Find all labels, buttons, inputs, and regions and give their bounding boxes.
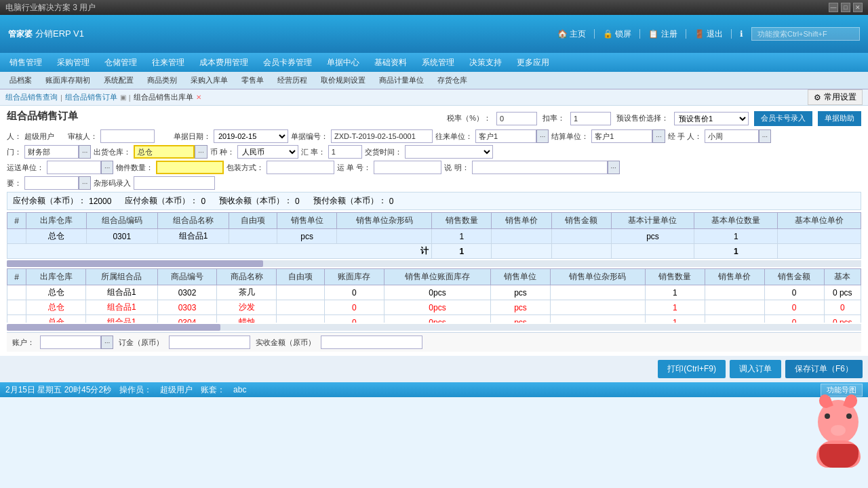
pre-recv-value: 0	[295, 197, 300, 206]
received-input[interactable]	[321, 336, 422, 349]
total-base-qty: 1	[694, 244, 778, 259]
items-input[interactable]	[156, 161, 224, 174]
warehouse-input[interactable]	[134, 145, 195, 159]
dept-input[interactable]	[24, 145, 79, 159]
sub-col-price: 销售单价	[705, 269, 764, 285]
nav-transactions[interactable]: 往来管理	[145, 55, 191, 70]
close-btn[interactable]: ✕	[853, 3, 863, 12]
tax-input[interactable]	[496, 112, 537, 125]
breadcrumb-order[interactable]: 组合品销售订单	[65, 92, 117, 102]
help-btn[interactable]: 单据助助	[818, 111, 861, 126]
date-select[interactable]: 2019-02-15	[214, 129, 288, 143]
status-date: 2月15日 星期五 20时45分2秒	[5, 384, 111, 396]
sub-table-container[interactable]: # 出库仓库 所属组合品 商品编号 商品名称 自由项 账面库存 销售单位账面库存…	[7, 268, 861, 323]
note-btn[interactable]: ···	[608, 161, 620, 174]
remark-btn[interactable]: ···	[79, 176, 91, 190]
nav-basic[interactable]: 基础资料	[368, 55, 414, 70]
nav-sales[interactable]: 销售管理	[3, 55, 49, 70]
title-bar: 电脑行业解决方案 3 用户 — □ ✕	[0, 0, 868, 15]
settle-input[interactable]	[591, 129, 652, 143]
currency-select[interactable]: 人民币	[237, 145, 298, 159]
nav-system[interactable]: 系统管理	[415, 55, 461, 70]
toolbar-history[interactable]: 经营历程	[273, 74, 311, 87]
discount-input[interactable]	[570, 112, 611, 125]
settle-btn[interactable]: ···	[652, 129, 665, 143]
time-select[interactable]	[405, 145, 493, 159]
sub-col-unit-stock: 销售单位账面库存	[384, 269, 490, 285]
remark-input[interactable]	[24, 176, 79, 190]
about-link[interactable]: ℹ	[740, 29, 743, 39]
toolbar-balance[interactable]: 账面库存期初	[41, 74, 94, 87]
sub-price	[705, 285, 764, 300]
table-row[interactable]: 总仓 0301 组合品1 pcs 1 pcs 1	[7, 229, 861, 244]
sub-stock: 0	[324, 300, 384, 315]
toolbar-units[interactable]: 商品计量单位	[375, 74, 428, 87]
main-table: # 出库仓库 组合品编码 组合品名称 自由项 销售单位 销售单位杂形码 销售数量…	[7, 212, 861, 259]
settings-btn[interactable]: ⚙ 常用设置	[808, 89, 863, 105]
auditor-input[interactable]	[100, 129, 155, 143]
manager-input[interactable]	[705, 129, 759, 143]
account-btn[interactable]: ···	[101, 336, 113, 349]
order-no-input[interactable]	[331, 129, 433, 143]
sub-table-row[interactable]: 总仓 组合品1 0304 蜡烛 0 0pcs pcs 1 0 0 pcs	[7, 315, 861, 323]
account-input[interactable]	[40, 336, 101, 349]
minimize-btn[interactable]: —	[829, 3, 838, 12]
window-controls[interactable]: — □ ✕	[829, 3, 863, 12]
pack-input[interactable]	[267, 161, 334, 174]
main-table-container[interactable]: # 出库仓库 组合品编码 组合品名称 自由项 销售单位 销售单位杂形码 销售数量…	[7, 212, 861, 259]
toolbar: 品档案 账面库存期初 系统配置 商品类别 采购入库单 零售单 经营历程 取价规则…	[0, 72, 868, 89]
barcode-input[interactable]	[134, 176, 215, 190]
divider1	[594, 29, 595, 39]
items-label: 物件数量：	[116, 163, 153, 173]
bottom-form: 账户： ··· 订金（原币） 实收金额（原币）	[7, 332, 861, 352]
dept-btn[interactable]: ···	[79, 145, 91, 159]
sub-name: 蜡烛	[217, 315, 277, 323]
warehouse-btn[interactable]: ···	[195, 145, 207, 159]
partner-input[interactable]	[475, 129, 536, 143]
nav-more[interactable]: 更多应用	[510, 55, 556, 70]
nav-decision[interactable]: 决策支持	[462, 55, 509, 70]
toolbar-category[interactable]: 商品类别	[143, 74, 181, 87]
breadcrumb-query[interactable]: 组合品销售查询	[5, 92, 58, 102]
page-content: 组合品销售订单 税率（%）： 扣率： 预设售价选择： 预设售价1 会员卡号录入 …	[0, 106, 868, 356]
lock-link[interactable]: 🔒 锁屏	[603, 28, 631, 40]
price-select[interactable]: 预设售价1	[674, 112, 749, 125]
toolbar-purchase-in[interactable]: 采购入库单	[186, 74, 232, 87]
pre-pay-label: 预付余额（本币）：	[313, 195, 387, 207]
sub-table-row[interactable]: 总仓 组合品1 0303 沙发 0 0pcs pcs 1 0 0	[7, 300, 861, 315]
ship-btn[interactable]: ···	[101, 161, 113, 174]
scroll-2[interactable]	[7, 324, 861, 331]
nav-membership[interactable]: 会员卡券管理	[256, 55, 319, 70]
func-map-btn[interactable]: 功能导图	[821, 384, 863, 396]
nav-costs[interactable]: 成本费用管理	[193, 55, 255, 70]
sub-table-row[interactable]: 总仓 组合品1 0302 茶几 0 0pcs pcs 1 0 0 pcs	[7, 285, 861, 300]
toolbar-goods[interactable]: 品档案	[5, 74, 36, 87]
toolbar-retail[interactable]: 零售单	[237, 74, 268, 87]
toolbar-config[interactable]: 系统配置	[100, 74, 138, 87]
exit-link[interactable]: 🚪 退出	[694, 28, 723, 40]
nav-documents[interactable]: 单据中心	[320, 55, 366, 70]
nav-warehouse[interactable]: 仓储管理	[98, 55, 144, 70]
ship-input[interactable]	[47, 161, 101, 174]
ship-no-input[interactable]	[374, 161, 441, 174]
toolbar-price-rules[interactable]: 取价规则设置	[317, 74, 370, 87]
toolbar-stock[interactable]: 存货仓库	[433, 74, 471, 87]
partner-btn[interactable]: ···	[536, 129, 549, 143]
import-btn[interactable]: 调入订单	[730, 360, 781, 378]
receivable-label: 应付余额（本币）：	[125, 195, 198, 207]
register-link[interactable]: 📋 注册	[648, 28, 677, 40]
rate-input[interactable]	[328, 145, 362, 159]
total-base-unit	[611, 244, 694, 259]
header-search-input[interactable]	[751, 27, 860, 41]
home-link[interactable]: 🏠 主页	[557, 28, 586, 40]
order-deposit-input[interactable]	[169, 336, 250, 349]
breadcrumb-close[interactable]: ✕	[196, 94, 201, 101]
scroll-1[interactable]	[7, 260, 861, 267]
member-card-btn[interactable]: 会员卡号录入	[754, 111, 812, 126]
maximize-btn[interactable]: □	[841, 3, 850, 12]
save-btn[interactable]: 保存订单（F6）	[785, 360, 863, 378]
nav-purchase[interactable]: 采购管理	[50, 55, 96, 70]
manager-btn[interactable]: ···	[759, 129, 771, 143]
print-btn[interactable]: 打印(Ctrl+F9)	[658, 360, 726, 378]
note-input[interactable]	[472, 161, 608, 174]
